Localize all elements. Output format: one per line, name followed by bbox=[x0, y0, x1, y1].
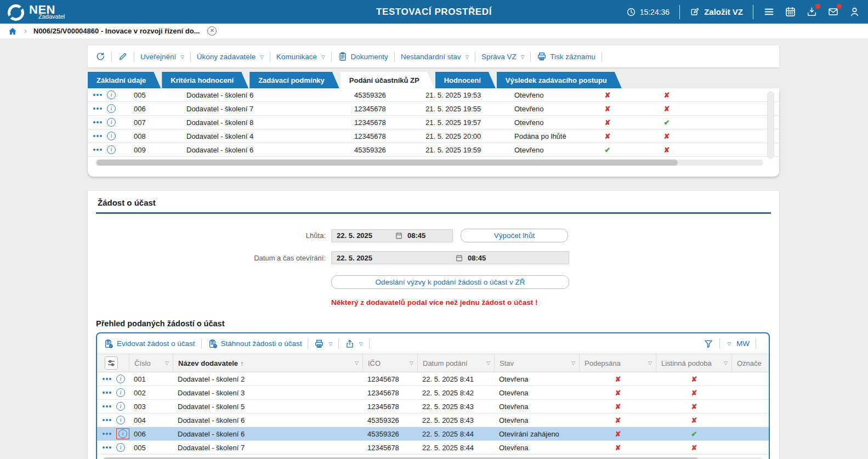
row-menu-icon[interactable] bbox=[103, 378, 111, 380]
info-icon[interactable]: i bbox=[107, 104, 116, 113]
menu-uverejneni[interactable]: Uveřejnění▽ bbox=[140, 53, 184, 61]
info-icon[interactable]: i bbox=[116, 375, 125, 383]
info-icon[interactable]: i bbox=[107, 132, 116, 140]
calc-deadlines-button[interactable]: Výpočet lhůt bbox=[461, 229, 568, 242]
view-mode-selector[interactable]: ▽MW bbox=[726, 339, 750, 348]
calendar-icon[interactable] bbox=[455, 254, 463, 262]
info-icon[interactable]: i bbox=[116, 443, 125, 452]
row-menu-icon[interactable] bbox=[103, 446, 111, 449]
filter-caret-icon[interactable]: ▽ bbox=[571, 360, 575, 366]
table-row[interactable]: i002Dodavatel - školení 31234567822. 5. … bbox=[97, 386, 769, 400]
calendar-button[interactable] bbox=[785, 6, 796, 18]
row-menu-icon[interactable] bbox=[103, 405, 111, 407]
horizontal-scrollbar[interactable] bbox=[95, 160, 763, 166]
column-header-6[interactable]: Podepsána▽ bbox=[580, 354, 656, 372]
column-header-7[interactable]: Listinná podoba▽ bbox=[656, 354, 732, 372]
table-row[interactable]: i004Dodavatel - školení 64535932622. 5. … bbox=[97, 413, 769, 427]
filter-caret-icon[interactable]: ▽ bbox=[648, 360, 652, 366]
export-button[interactable]: ▽ bbox=[345, 339, 363, 349]
row-actions-cell: i bbox=[88, 129, 129, 143]
row-menu-icon[interactable] bbox=[103, 433, 111, 435]
print-table-button[interactable]: ▽ bbox=[314, 339, 332, 349]
row-menu-icon[interactable] bbox=[93, 121, 102, 123]
info-icon[interactable]: i bbox=[107, 145, 116, 154]
refresh-icon bbox=[95, 52, 105, 61]
filter-caret-icon[interactable]: ▽ bbox=[410, 360, 413, 366]
table-row[interactable]: i005Dodavatel - školení 71234567822. 5. … bbox=[97, 441, 769, 455]
row-menu-icon[interactable] bbox=[103, 419, 111, 421]
downloads-button[interactable] bbox=[806, 6, 818, 18]
messages-button[interactable] bbox=[827, 6, 839, 18]
nen-logo[interactable]: NEN Zadavatel bbox=[8, 3, 55, 21]
row-menu-icon[interactable] bbox=[103, 392, 111, 394]
edit-record-button[interactable] bbox=[118, 52, 128, 61]
column-header-8[interactable]: Označe bbox=[732, 354, 769, 372]
tab-5[interactable]: Hodnocení bbox=[435, 72, 496, 88]
menu-nestandardni-stav[interactable]: Nestandardní stav▽ bbox=[401, 53, 469, 61]
info-icon[interactable]: i bbox=[107, 118, 116, 127]
opening-field[interactable]: 22. 5. 2025 08:45 bbox=[331, 251, 569, 264]
column-header-3[interactable]: IČO▽ bbox=[363, 354, 418, 372]
row-menu-icon[interactable] bbox=[93, 94, 102, 96]
deadline-field[interactable]: 22. 5. 2025 08:45 bbox=[331, 229, 453, 242]
filter-caret-icon[interactable]: ▽ bbox=[486, 360, 490, 366]
table-row[interactable]: i008Dodavatel - školení 41234567821. 5. … bbox=[88, 129, 779, 143]
tab-4[interactable]: Podání účastníků ZP bbox=[341, 72, 434, 88]
cell-ico: 12345678 bbox=[350, 116, 421, 129]
filter-caret-icon[interactable]: ▽ bbox=[355, 360, 359, 366]
cell-paper-form: ✘ bbox=[634, 88, 700, 101]
column-header-2[interactable]: Název dodavatele↑▽ bbox=[173, 354, 363, 372]
column-settings-button[interactable] bbox=[105, 356, 118, 370]
table-row[interactable]: i005Dodavatel - školení 64535932621. 5. … bbox=[88, 88, 779, 102]
row-menu-icon[interactable] bbox=[93, 149, 102, 151]
info-icon[interactable]: i bbox=[107, 90, 116, 99]
filter-caret-icon[interactable]: ▽ bbox=[165, 360, 169, 366]
download-requests-button[interactable]: Stáhnout žádosti o účast bbox=[208, 339, 302, 349]
info-icon[interactable]: i bbox=[116, 402, 125, 411]
register-request-button[interactable]: Evidovat žádost o účast bbox=[104, 339, 195, 349]
menu-komunikace[interactable]: Komunikace▽ bbox=[276, 53, 325, 61]
table-row[interactable]: i007Dodavatel - školení 81234567821. 5. … bbox=[88, 116, 779, 129]
calendar-icon[interactable] bbox=[395, 231, 403, 240]
row-menu-icon[interactable] bbox=[93, 107, 102, 110]
info-icon[interactable]: i bbox=[118, 429, 127, 438]
user-button[interactable] bbox=[849, 6, 860, 18]
menu-dokumenty[interactable]: Dokumenty bbox=[338, 52, 388, 61]
filter-button[interactable] bbox=[704, 339, 713, 349]
filter-caret-icon[interactable]: ▽ bbox=[724, 360, 728, 366]
close-icon[interactable]: ✕ bbox=[207, 26, 217, 36]
table-row[interactable]: i006Dodavatel - školení 64535932622. 5. … bbox=[97, 427, 769, 441]
table-row[interactable]: i001Dodavatel - školení 21234567822. 5. … bbox=[97, 372, 769, 386]
cell-submitted: 21. 5. 2025 19:53 bbox=[421, 88, 510, 101]
table-row[interactable]: i009Dodavatel - školení 64535932621. 5. … bbox=[88, 143, 779, 157]
opening-date-value[interactable]: 22. 5. 2025 bbox=[332, 254, 455, 262]
send-invitation-button[interactable]: Odeslání výzvy k podání žádosti o účast … bbox=[331, 275, 569, 289]
column-header-1[interactable]: Číslo▽ bbox=[129, 354, 173, 372]
info-icon[interactable]: i bbox=[116, 416, 125, 424]
table-row[interactable]: i003Dodavatel - školení 51234567822. 5. … bbox=[97, 400, 769, 413]
cell-number: 003 bbox=[129, 400, 173, 413]
menu-button[interactable] bbox=[763, 6, 775, 18]
cell-submitted: 21. 5. 2025 19:57 bbox=[421, 116, 510, 129]
refresh-button[interactable] bbox=[95, 52, 105, 61]
tab-1[interactable]: Základní údaje bbox=[88, 72, 161, 88]
info-icon[interactable]: i bbox=[116, 388, 125, 397]
tab-2[interactable]: Kritéria hodnocení bbox=[162, 72, 248, 88]
column-header-4[interactable]: Datum podání▽ bbox=[418, 354, 495, 372]
column-header-5[interactable]: Stav▽ bbox=[495, 354, 580, 372]
menu-ukony-zadavatele[interactable]: Úkony zadavatele▽ bbox=[197, 53, 264, 61]
breadcrumb-item[interactable]: N006/25/V00004860 - Inovace v rozvoji ří… bbox=[33, 27, 200, 35]
table-row[interactable]: i006Dodavatel - školení 71234567821. 5. … bbox=[88, 102, 779, 116]
home-button[interactable] bbox=[8, 26, 18, 36]
opening-time-value[interactable]: 08:45 bbox=[463, 254, 486, 262]
deadline-date-value[interactable]: 22. 5. 2025 bbox=[332, 231, 395, 240]
print-record-button[interactable]: Tisk záznamu bbox=[537, 52, 595, 61]
row-menu-icon[interactable] bbox=[93, 135, 102, 137]
create-vz-button[interactable]: Založit VZ bbox=[690, 7, 743, 17]
deadline-time-value[interactable]: 08:45 bbox=[403, 231, 426, 240]
menu-sprava-vz[interactable]: Správa VZ▽ bbox=[481, 53, 524, 61]
vertical-scrollbar[interactable] bbox=[767, 92, 774, 158]
tab-3[interactable]: Zadávací podmínky bbox=[249, 72, 339, 88]
scrollbar-thumb[interactable] bbox=[97, 160, 678, 166]
tab-6[interactable]: Výsledek zadávacího postupu bbox=[497, 72, 622, 88]
